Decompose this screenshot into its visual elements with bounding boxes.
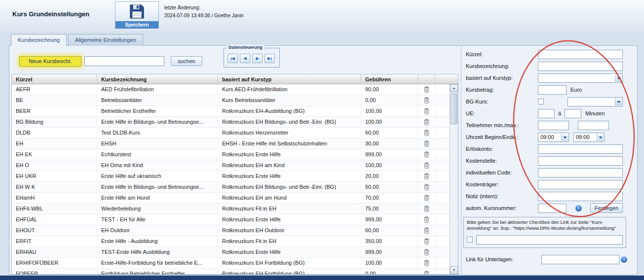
trash-icon[interactable] [424, 195, 429, 201]
delete-button[interactable] [418, 269, 435, 274]
trash-icon[interactable] [424, 271, 429, 274]
delete-button[interactable] [418, 117, 435, 127]
table-row[interactable]: EHOUTEH OutdoorRotkreuzkurs EH Outdoor60… [12, 225, 450, 236]
trash-icon[interactable] [424, 162, 429, 169]
tab-kursbezeichnung[interactable]: Kursbezeichnung [11, 34, 67, 46]
table-row[interactable]: DLDBTest DLDB-KursRotkreuzkurs Herzensre… [12, 128, 450, 139]
trash-icon[interactable] [424, 238, 429, 245]
vertical-scrollbar[interactable]: ▲ ▼ [450, 84, 458, 274]
delete-button[interactable] [418, 84, 435, 95]
kursanmeldung-link-input[interactable] [476, 235, 623, 245]
delete-button[interactable] [418, 258, 435, 268]
delete-button[interactable] [418, 106, 435, 116]
search-button[interactable]: suchen [171, 56, 202, 66]
indiv-code-input[interactable] [538, 168, 623, 177]
cell-kurstyp: EHSH - Erste Hilfe mit Selbstschutzinhal… [218, 139, 361, 149]
uhrzeit-ende-value: 09:00 [576, 134, 590, 140]
trash-icon[interactable] [424, 130, 429, 136]
table-row[interactable]: EHEHSHEHSH - Erste Hilfe mit Selbstschut… [12, 139, 450, 149]
nav-prev-icon[interactable]: ◀ [240, 54, 250, 63]
scroll-up-icon[interactable]: ▲ [450, 84, 458, 92]
nav-last-icon[interactable]: ▶| [265, 54, 275, 63]
delete-button[interactable] [418, 128, 435, 138]
nav-next-icon[interactable]: ▶ [252, 54, 263, 63]
table-row[interactable]: ERHIAUTEST-Erste Hilfe AusbildungRotkreu… [12, 247, 450, 258]
trash-icon[interactable] [424, 206, 429, 212]
table-row[interactable]: BG BildungErste Hilfe in Bildungs- und B… [12, 117, 450, 128]
col-kuerzel[interactable]: Kürzel [12, 74, 97, 84]
delete-button[interactable] [418, 95, 435, 105]
trash-icon[interactable] [424, 184, 429, 190]
kursbetrag-input[interactable] [538, 85, 567, 95]
delete-button[interactable] [418, 182, 435, 192]
trash-icon[interactable] [424, 86, 429, 93]
uhrzeit-beginn-select[interactable]: 09:00 [538, 133, 569, 142]
scroll-down-icon[interactable]: ▼ [450, 266, 458, 274]
trash-icon[interactable] [424, 173, 429, 179]
link-unterlagen-input[interactable] [541, 255, 619, 264]
table-row[interactable]: EHamHErste Hilfe am HundRotkreuzkurs EH … [12, 193, 450, 204]
festlegen-button[interactable]: Festlegen [590, 203, 623, 213]
delete-button[interactable] [418, 214, 435, 225]
table-row[interactable]: EH OEH Oma mit KindRotkreuzkurs EH am Ki… [12, 160, 450, 171]
delete-button[interactable] [418, 171, 435, 181]
teilnehmer-min-input[interactable] [538, 121, 569, 130]
kursanmeldung-checkbox[interactable] [467, 237, 473, 243]
trash-icon[interactable] [424, 119, 429, 125]
trash-icon[interactable] [424, 151, 429, 158]
save-button[interactable]: Speichern [115, 1, 159, 29]
erloeskonto-input[interactable] [538, 144, 623, 154]
nav-first-icon[interactable]: |◀ [227, 54, 238, 63]
kostenstelle-input[interactable] [538, 156, 623, 166]
table-row[interactable]: BEERBetrieblicher ErsthelferRotkreuzkurs… [12, 106, 450, 117]
uhrzeit-ende-select[interactable]: 09:00 [573, 133, 605, 142]
bg-kurs-checkbox[interactable] [538, 99, 544, 105]
info-icon[interactable]: i [621, 256, 627, 263]
teilnehmer-max-input[interactable] [578, 121, 609, 130]
delete-button[interactable] [418, 193, 435, 203]
ue-minutes-input[interactable] [565, 109, 581, 118]
col-kurstyp[interactable]: basiert auf Kurstyp [218, 74, 361, 84]
trash-icon[interactable] [424, 260, 429, 266]
table-row[interactable]: BEBetriebssanitäterKurs Betriebssanitäte… [12, 95, 450, 106]
kostentraeger-input[interactable] [538, 180, 623, 189]
table-row[interactable]: EHFÜALTEST - EH für AlleRotkreuzkurs Ers… [12, 214, 450, 225]
notiz-input[interactable] [538, 192, 623, 201]
delete-button[interactable] [418, 236, 435, 246]
scrollbar-thumb[interactable] [451, 94, 457, 124]
tab-allgemeine-einstellungen[interactable]: Allgemeine Einstellungen [68, 34, 143, 46]
ue-count-input[interactable] [538, 109, 555, 118]
delete-button[interactable] [418, 139, 435, 149]
col-gebuehren[interactable]: Gebühren [361, 74, 418, 84]
kursbezeichnung-input[interactable] [538, 62, 623, 71]
col-kursbezeichnung[interactable]: Kursbezeichnung [97, 74, 218, 84]
table-row[interactable]: EHFit-WBLWiederbelebungRotkreuzkurs Fit … [12, 204, 450, 214]
kuerzel-input[interactable] [538, 50, 623, 59]
cell-gebuehren: 999,00 [361, 247, 418, 257]
info-icon[interactable]: i [575, 205, 582, 211]
delete-button[interactable] [418, 225, 435, 236]
trash-icon[interactable] [424, 216, 429, 223]
kurstyp-select[interactable] [538, 73, 623, 83]
trash-icon[interactable] [424, 140, 429, 147]
course-table: Kürzel Kursbezeichnung basiert auf Kurst… [11, 74, 458, 275]
table-row[interactable]: EH EKEchtkurstestRotkreuzkurs Erste Hilf… [12, 149, 450, 160]
trash-icon[interactable] [424, 108, 429, 114]
delete-button[interactable] [418, 149, 435, 160]
search-input[interactable] [84, 56, 164, 66]
delete-button[interactable] [418, 204, 435, 214]
delete-button[interactable] [418, 247, 435, 257]
table-row[interactable]: FOBEERFortbildung Betrieblicher Ersthelf… [12, 269, 450, 274]
kursnummer-input[interactable] [538, 204, 567, 213]
trash-icon[interactable] [424, 97, 429, 104]
table-row[interactable]: AEFRAED FrühdefibrillationKurs AED-Frühd… [12, 84, 450, 95]
new-course-button[interactable]: Neue Kursbeschr. [19, 56, 81, 67]
table-row[interactable]: EH W KErste Hilfe in Bildungs- und Betre… [12, 182, 450, 193]
table-row[interactable]: EH UKRErste Hilfe auf ukrainischRotkreuz… [12, 171, 450, 182]
trash-icon[interactable] [424, 249, 429, 255]
delete-button[interactable] [418, 160, 435, 171]
table-row[interactable]: ERHIFOFÜBEERErste-Hilfe-Fortbildung für … [12, 258, 450, 269]
bg-kurs-select[interactable] [568, 97, 623, 106]
trash-icon[interactable] [424, 227, 429, 234]
table-row[interactable]: ERFITErste Hilfe - AusbildungRotkreuzkur… [12, 236, 450, 247]
